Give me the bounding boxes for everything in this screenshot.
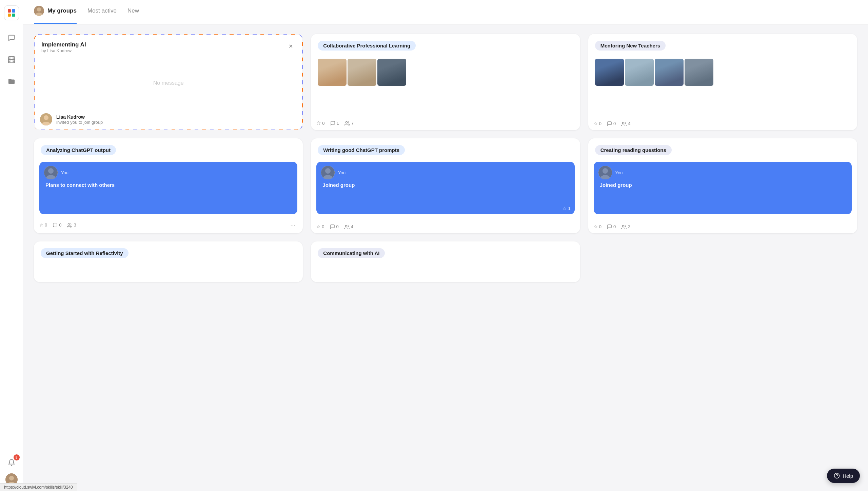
message-header: You (44, 166, 293, 179)
card-title-badge: Writing good ChatGPT prompts (318, 145, 405, 155)
svg-point-24 (325, 168, 331, 174)
card-stats: ☆ 0 0 4 (588, 118, 857, 130)
card-header: Analyzing ChatGPT output (34, 138, 303, 159)
card-title-badge: Communicating with AI (318, 248, 385, 258)
member-stat: 3 (621, 224, 630, 229)
member-photo-3 (377, 59, 406, 86)
tab-new[interactable]: New (127, 0, 139, 24)
comment-count: 0 (613, 121, 616, 126)
svg-point-9 (9, 476, 14, 480)
inviter-avatar (40, 113, 52, 125)
star-count: 0 (599, 121, 601, 126)
message-header: You (321, 166, 570, 179)
member-photo-4 (685, 59, 713, 86)
message-text: Joined group (598, 182, 847, 188)
star-count: 0 (322, 224, 324, 229)
svg-point-26 (345, 225, 347, 227)
svg-point-22 (68, 223, 70, 225)
card-writing-good-chatgpt-prompts: Writing good ChatGPT prompts You (311, 138, 580, 233)
member-count: 3 (74, 222, 76, 228)
inviter-name: Lisa Kudrow (56, 114, 103, 120)
comment-stat: 0 (607, 121, 616, 126)
card-stats: ☆ 0 0 3 (588, 221, 857, 233)
chat-icon[interactable] (5, 31, 18, 45)
you-label: You (61, 170, 68, 175)
app-logo[interactable] (4, 5, 19, 20)
card-communicating-ai: Communicating with AI (311, 241, 580, 282)
message-text: Plans to connect with others (44, 182, 293, 188)
card-title: Implementing AI (41, 41, 86, 48)
tab-my-groups-label: My groups (47, 7, 77, 14)
card-header: Mentoring New Teachers (588, 34, 857, 55)
card-header: Writing good ChatGPT prompts (311, 138, 580, 159)
member-count: 4 (628, 121, 630, 126)
comment-count: 0 (336, 224, 339, 229)
member-photo-1 (595, 59, 624, 86)
svg-point-28 (603, 168, 608, 174)
svg-point-15 (44, 115, 48, 120)
card-title-badge: Mentoring New Teachers (595, 41, 666, 51)
comment-stat: 0 (607, 224, 616, 229)
message-text: Joined group (321, 182, 570, 188)
comment-stat: 0 (330, 224, 339, 229)
card-title-badge: Collaborative Professional Learning (318, 41, 416, 51)
card-subtitle: by Lisa Kudrow (41, 48, 86, 53)
tab-most-active-label: Most active (87, 7, 117, 14)
film-icon[interactable] (5, 53, 18, 66)
card-header: Collaborative Professional Learning (311, 34, 580, 55)
invite-footer: Lisa Kudrow invited you to join group (35, 109, 302, 130)
svg-point-18 (622, 122, 624, 124)
star-stat: ☆ 0 (594, 224, 601, 229)
member-count: 4 (351, 224, 353, 229)
star-icon: ☆ (594, 224, 598, 229)
member-stat: 4 (344, 224, 353, 229)
star-count: 0 (322, 121, 324, 126)
notification-badge: 8 (14, 454, 20, 460)
help-label: Help (843, 473, 853, 479)
folder-icon[interactable] (5, 75, 18, 88)
tab-my-groups[interactable]: My groups (34, 0, 77, 24)
star-stat: ☆ 0 (316, 120, 324, 126)
star-icon: ☆ (316, 224, 320, 229)
star-icon: ☆ (563, 206, 567, 211)
member-stat: 4 (621, 121, 630, 126)
card-stats: ☆ 0 1 7 (311, 117, 580, 130)
svg-point-20 (48, 168, 54, 174)
you-label: You (615, 170, 623, 175)
help-button[interactable]: Help (827, 469, 860, 483)
comment-count: 1 (337, 121, 339, 126)
sidebar: 8 (0, 0, 23, 491)
card-stats: ☆ 0 0 4 (311, 221, 580, 233)
comment-stat: 1 (330, 121, 339, 126)
member-photo-3 (655, 59, 684, 86)
star-icon: ☆ (594, 121, 598, 126)
member-stat: 3 (67, 222, 76, 228)
close-button[interactable]: ✕ (286, 41, 295, 51)
notification-bell[interactable]: 8 (5, 456, 18, 469)
star-stat: ☆ 0 (594, 121, 601, 126)
member-stat: 7 (344, 121, 354, 126)
card-title-badge: Creating reading questions (595, 145, 672, 155)
card-collaborative-professional-learning: Collaborative Professional Learning ☆ 0 (311, 34, 580, 130)
message-header: You (598, 166, 847, 179)
svg-point-12 (37, 7, 41, 12)
star-count: 0 (599, 224, 601, 229)
message-avatar (44, 166, 58, 179)
card-header: Communicating with AI (311, 241, 580, 262)
groups-grid: Implementing AI by Lisa Kudrow ✕ No mess… (23, 24, 868, 491)
card-header-implementing-ai: Implementing AI by Lisa Kudrow ✕ (35, 35, 302, 57)
tab-new-label: New (127, 7, 139, 14)
member-count: 7 (351, 121, 354, 126)
star-icon: ☆ (316, 120, 321, 126)
message-card: You Plans to connect with others (39, 162, 297, 214)
star-icon: ☆ (39, 222, 43, 228)
tab-most-active[interactable]: Most active (87, 0, 117, 24)
members-photos (588, 55, 857, 89)
more-button[interactable]: ··· (288, 221, 297, 229)
main-content: My groups Most active New Implementing A… (23, 0, 868, 491)
message-avatar (598, 166, 612, 179)
member-count: 3 (628, 224, 630, 229)
star-row: ☆ 1 (563, 206, 570, 211)
star-stat: ☆ 0 (316, 224, 324, 229)
no-message-label: No message (35, 57, 302, 109)
